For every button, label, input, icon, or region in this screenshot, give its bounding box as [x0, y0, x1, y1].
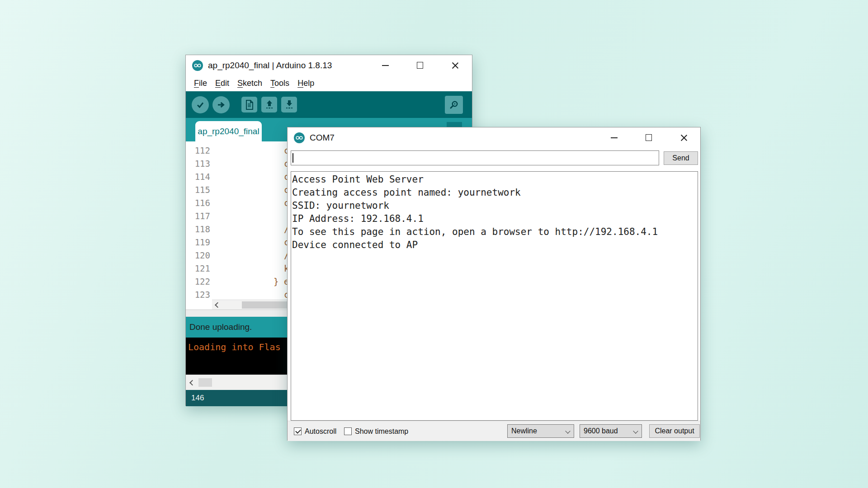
- menu-tools[interactable]: Tools: [267, 77, 293, 89]
- down-arrow-icon: [285, 100, 294, 110]
- line-number: 123: [189, 290, 210, 300]
- open-sketch-button[interactable]: [261, 97, 277, 113]
- close-icon: [680, 134, 688, 141]
- maximize-icon: [417, 62, 423, 69]
- baud-rate-value: 9600 baud: [584, 427, 618, 435]
- new-sketch-button[interactable]: [241, 97, 257, 113]
- ide-maximize-button[interactable]: [410, 55, 430, 75]
- chevron-down-icon: [565, 428, 570, 433]
- serial-output-line: Access Point Web Server: [292, 174, 424, 185]
- line-number: 119: [189, 237, 210, 247]
- scrollbar-thumb[interactable]: [198, 378, 212, 387]
- line-number: 117: [189, 211, 210, 221]
- serial-monitor-window: COM7 Send Access Point Web Server Creati…: [287, 127, 701, 441]
- line-ending-value: Newline: [511, 427, 537, 435]
- magnifier-icon: [449, 100, 459, 110]
- ide-close-button[interactable]: [445, 55, 465, 75]
- scroll-left-icon[interactable]: [189, 380, 195, 385]
- minimize-icon: [611, 137, 618, 138]
- autoscroll-label: Autoscroll: [305, 427, 336, 436]
- serial-input-row: Send: [288, 148, 700, 171]
- serial-maximize-button[interactable]: [639, 127, 659, 148]
- tab-ap-rp2040-final[interactable]: ap_rp2040_final: [195, 121, 262, 141]
- ide-titlebar: ap_rp2040_final | Arduino 1.8.13: [186, 55, 472, 75]
- ide-toolbar: [186, 91, 472, 118]
- line-ending-dropdown[interactable]: Newline: [507, 424, 574, 438]
- menu-edit[interactable]: Edit: [212, 77, 233, 89]
- serial-output-line: To see this page in action, open a brows…: [292, 226, 658, 237]
- show-timestamp-checkbox[interactable]: Show timestamp: [344, 421, 408, 441]
- line-number: 112: [189, 145, 210, 155]
- line-number: 121: [189, 263, 210, 273]
- minimize-icon: [382, 65, 389, 66]
- autoscroll-checkbox[interactable]: Autoscroll: [294, 421, 336, 441]
- serial-close-button[interactable]: [674, 127, 694, 148]
- clear-output-label: Clear output: [655, 427, 694, 435]
- show-timestamp-label: Show timestamp: [355, 427, 408, 436]
- save-sketch-button[interactable]: [281, 97, 297, 113]
- baud-rate-dropdown[interactable]: 9600 baud: [580, 424, 642, 438]
- menu-help[interactable]: Help: [294, 77, 318, 89]
- serial-monitor-button[interactable]: [445, 96, 463, 114]
- line-number: 118: [189, 224, 210, 234]
- serial-output-line: SSID: yournetwork: [292, 200, 389, 211]
- line-number: 115: [189, 185, 210, 195]
- verify-button[interactable]: [192, 96, 209, 113]
- serial-output-line: Creating access point named: yournetwork: [292, 187, 521, 198]
- document-icon: [245, 100, 254, 110]
- clear-output-button[interactable]: Clear output: [649, 424, 700, 438]
- desktop: ap_rp2040_final | Arduino 1.8.13 File Ed…: [0, 0, 868, 488]
- status-text: Done uploading.: [189, 322, 252, 332]
- line-number: 122: [189, 277, 210, 286]
- serial-send-input[interactable]: [291, 150, 659, 165]
- console-text: Loading into Flas: [188, 342, 281, 352]
- line-number: 114: [189, 172, 210, 182]
- checkbox-unchecked-icon: [344, 427, 352, 435]
- line-number: 116: [189, 198, 210, 208]
- send-button[interactable]: Send: [664, 151, 698, 165]
- serial-minimize-button[interactable]: [604, 127, 624, 148]
- arduino-logo-icon: [294, 132, 305, 143]
- right-arrow-icon: [217, 100, 226, 109]
- ide-minimize-button[interactable]: [375, 55, 395, 75]
- checkbox-checked-icon: [294, 427, 302, 435]
- text-caret: [292, 153, 293, 163]
- ide-menubar: File Edit Sketch Tools Help: [186, 75, 472, 91]
- line-number: 113: [189, 159, 210, 169]
- arduino-logo-icon: [192, 60, 203, 71]
- up-arrow-icon: [265, 100, 274, 110]
- menu-sketch[interactable]: Sketch: [234, 77, 266, 89]
- serial-output-area[interactable]: Access Point Web Server Creating access …: [291, 171, 698, 421]
- serial-bottombar: Autoscroll Show timestamp Newline 9600 b…: [288, 421, 700, 441]
- serial-window-title: COM7: [310, 133, 335, 143]
- checkmark-icon: [196, 100, 205, 109]
- serial-output-line: IP Address: 192.168.4.1: [292, 213, 424, 224]
- ide-window-title: ap_rp2040_final | Arduino 1.8.13: [208, 61, 332, 70]
- upload-button[interactable]: [212, 96, 230, 113]
- scroll-left-icon[interactable]: [215, 302, 221, 308]
- maximize-icon: [646, 134, 652, 141]
- line-number: 120: [189, 250, 210, 260]
- close-icon: [452, 62, 459, 69]
- menu-file[interactable]: File: [190, 77, 211, 89]
- current-line-indicator: 146: [191, 394, 204, 403]
- serial-output-line: Device connected to AP: [292, 239, 418, 250]
- chevron-down-icon: [633, 428, 638, 433]
- serial-titlebar: COM7: [288, 127, 700, 148]
